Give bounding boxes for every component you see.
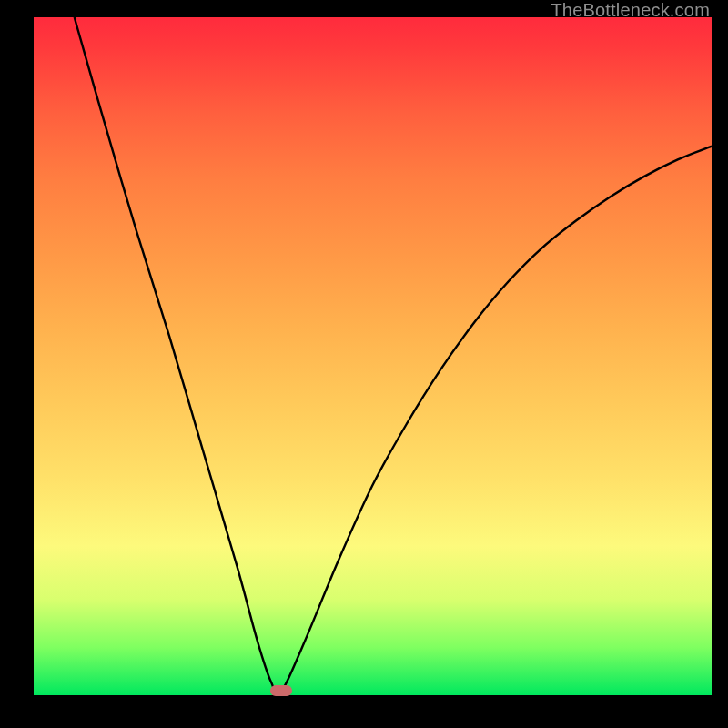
chart-frame: TheBottleneck.com: [0, 0, 728, 728]
bottleneck-curve: [34, 17, 712, 695]
minimum-marker: [270, 685, 292, 696]
plot-area: [34, 17, 712, 695]
watermark-text: TheBottleneck.com: [551, 0, 710, 21]
